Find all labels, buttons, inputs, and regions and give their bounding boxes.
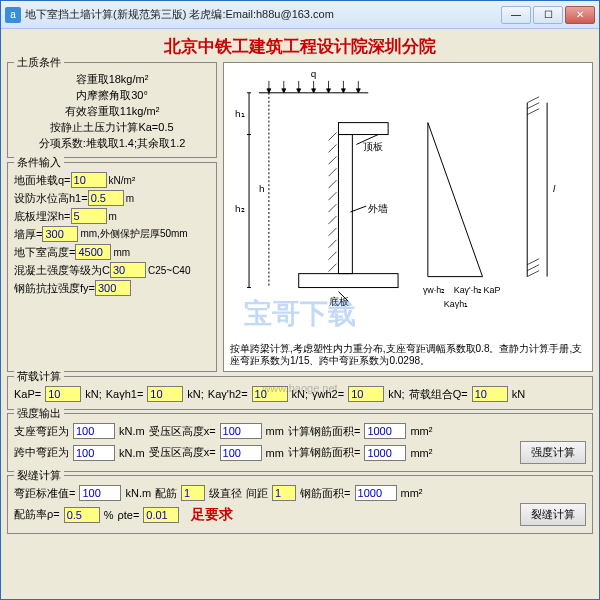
pte-input[interactable] — [143, 507, 179, 523]
minimize-button[interactable]: — — [501, 6, 531, 24]
svg-rect-9 — [338, 123, 388, 135]
as-label: 钢筋面积= — [300, 486, 350, 501]
wt-unit: mm,外侧保护层厚50mm — [80, 227, 187, 241]
ms-label: 弯距标准值= — [14, 486, 75, 501]
a2-unit: mm² — [410, 447, 432, 459]
svg-text:外墙: 外墙 — [368, 203, 388, 214]
bar-unit: 级直径 — [209, 486, 242, 501]
gwh2-output[interactable] — [348, 386, 384, 402]
rho-input[interactable] — [64, 507, 100, 523]
svg-text:KaP: KaP — [484, 286, 501, 296]
kagh1-unit: kN; — [187, 388, 204, 400]
svg-text:q: q — [311, 68, 317, 79]
bar-input[interactable] — [181, 485, 205, 501]
m2-output[interactable] — [73, 445, 115, 461]
svg-line-20 — [329, 228, 337, 236]
svg-line-47 — [527, 103, 539, 109]
hr-input[interactable] — [75, 244, 111, 260]
h1-input[interactable] — [88, 190, 124, 206]
svg-line-49 — [527, 271, 539, 277]
h-input[interactable] — [71, 208, 107, 224]
q-label: 地面堆载q= — [14, 173, 71, 188]
conc-unit: C25~C40 — [148, 265, 191, 276]
m1-label: 支座弯距为 — [14, 424, 69, 439]
kagh1-output[interactable] — [147, 386, 183, 402]
svg-line-40 — [428, 123, 483, 277]
load-group-title: 荷载计算 — [14, 369, 64, 384]
kagh2-output[interactable] — [252, 386, 288, 402]
rho-unit: % — [104, 509, 114, 521]
svg-line-48 — [527, 109, 539, 115]
soil-line: 内摩擦角取30° — [14, 87, 210, 103]
svg-line-18 — [329, 204, 337, 212]
q-input[interactable] — [71, 172, 107, 188]
svg-text:顶板: 顶板 — [363, 141, 383, 152]
load-group: 荷载计算 KaP=kN; Kaγh1=kN; Kaγ'h2=kN; γwh2=k… — [7, 376, 593, 410]
comb-unit: kN — [512, 388, 525, 400]
comb-output[interactable] — [472, 386, 508, 402]
svg-line-15 — [329, 168, 337, 176]
as-output[interactable] — [355, 485, 397, 501]
kap-label: KaP= — [14, 388, 41, 400]
titlebar: a 地下室挡土墙计算(新规范第三版) 老虎编:Email:h88u@163.co… — [1, 1, 599, 29]
x1-output[interactable] — [220, 423, 262, 439]
a1-label: 计算钢筋面积= — [288, 424, 360, 439]
h-label: 底板埋深h= — [14, 209, 71, 224]
h-unit: m — [109, 211, 117, 222]
ms-unit: kN.m — [125, 487, 151, 499]
m2-unit: kN.m — [119, 447, 145, 459]
svg-line-22 — [329, 252, 337, 260]
crack-result: 足要求 — [183, 506, 241, 524]
q-unit: kN/m² — [109, 175, 136, 186]
as-unit: mm² — [401, 487, 423, 499]
svg-text:Kaγ'·h₂: Kaγ'·h₂ — [454, 286, 483, 296]
svg-text:Kaγh₁: Kaγh₁ — [444, 299, 468, 309]
m2-label: 跨中弯距为 — [14, 445, 69, 460]
kagh1-label: Kaγh1= — [106, 388, 144, 400]
kagh2-label: Kaγ'h2= — [208, 388, 248, 400]
kap-unit: kN; — [85, 388, 102, 400]
soil-line: 有效容重取11kg/m² — [14, 103, 210, 119]
diagram-panel: q — [223, 62, 593, 372]
svg-line-46 — [527, 97, 539, 103]
wt-input[interactable] — [42, 226, 78, 242]
svg-rect-10 — [338, 135, 352, 274]
pte-label: ρte= — [117, 509, 139, 521]
kap-output[interactable] — [45, 386, 81, 402]
m1-output[interactable] — [73, 423, 115, 439]
h1-label: 设防水位高h1= — [14, 191, 88, 206]
soil-group: 土质条件 容重取18kg/m² 内摩擦角取30° 有效容重取11kg/m² 按静… — [7, 62, 217, 158]
maximize-button[interactable]: ☐ — [533, 6, 563, 24]
hr-unit: mm — [113, 247, 130, 258]
input-group: 条件输入 地面堆载q=kN/m² 设防水位高h1=m 底板埋深h=m 墙厚=mm… — [7, 162, 217, 372]
comb-label: 荷载组合Q= — [409, 387, 468, 402]
svg-line-14 — [329, 156, 337, 164]
wall-diagram: q — [224, 63, 592, 371]
strength-calc-button[interactable]: 强度计算 — [520, 441, 586, 464]
sp-input[interactable] — [272, 485, 296, 501]
soil-line: 分项系数:堆载取1.4;其余取1.2 — [14, 135, 210, 151]
fy-input[interactable] — [95, 280, 131, 296]
gwh2-unit: kN; — [388, 388, 405, 400]
ms-output[interactable] — [79, 485, 121, 501]
fy-label: 钢筋抗拉强度fy= — [14, 281, 95, 296]
svg-text:h₁: h₁ — [235, 108, 245, 119]
input-group-title: 条件输入 — [14, 155, 64, 170]
conc-input[interactable] — [110, 262, 146, 278]
strength-group: 强度输出 支座弯距为kN.m 受压区高度x=mm 计算钢筋面积=mm² 跨中弯距… — [7, 413, 593, 472]
a2-label: 计算钢筋面积= — [288, 445, 360, 460]
a2-output[interactable] — [364, 445, 406, 461]
gwh2-label: γwh2= — [312, 388, 344, 400]
x2-output[interactable] — [220, 445, 262, 461]
soil-line: 按静止土压力计算Ka=0.5 — [14, 119, 210, 135]
close-button[interactable]: ✕ — [565, 6, 595, 24]
svg-line-19 — [329, 216, 337, 224]
rho-label: 配筋率ρ= — [14, 507, 60, 522]
soil-line: 容重取18kg/m² — [14, 71, 210, 87]
sp-label: 间距 — [246, 486, 268, 501]
svg-text:h₂: h₂ — [235, 203, 245, 214]
hr-label: 地下室高度= — [14, 245, 75, 260]
crack-calc-button[interactable]: 裂缝计算 — [520, 503, 586, 526]
a1-output[interactable] — [364, 423, 406, 439]
soil-group-title: 土质条件 — [14, 55, 64, 70]
